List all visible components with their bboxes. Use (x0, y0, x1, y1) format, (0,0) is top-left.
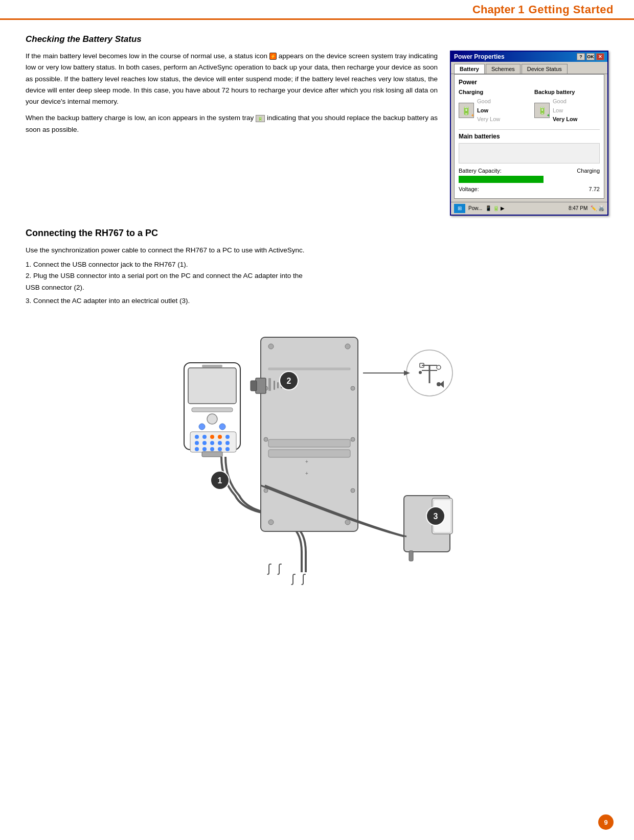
svg-rect-1 (188, 368, 236, 404)
dialog-close-button[interactable]: ✕ (596, 53, 604, 60)
diagram-area: ʃ ʃ ʃ ʃ (26, 322, 608, 588)
svg-text:1: 1 (218, 476, 222, 485)
capacity-bar (459, 176, 544, 183)
svg-point-32 (264, 437, 268, 441)
svg-point-49 (345, 520, 350, 525)
step-2-line2: USB connector (2). (26, 282, 608, 293)
battery-columns: Charging 🔋 + Good Low (459, 89, 600, 125)
svg-point-33 (264, 488, 268, 493)
svg-point-16 (218, 441, 222, 445)
svg-point-17 (225, 441, 230, 445)
svg-text:3: 3 (434, 512, 438, 521)
connection-diagram: ʃ ʃ ʃ ʃ (143, 322, 491, 588)
battery-text: If the main battery level becomes low in… (26, 51, 438, 216)
svg-rect-42 (277, 382, 279, 388)
main-batteries-title: Main batteries (459, 133, 600, 140)
svg-point-10 (210, 435, 214, 439)
svg-point-12 (225, 435, 230, 439)
svg-rect-3 (192, 408, 233, 412)
ac-adapter (404, 496, 452, 561)
svg-text:+: + (305, 459, 308, 464)
voltage-row: Voltage: 7.72 (459, 186, 600, 192)
charging-column: Charging 🔋 + Good Low (459, 89, 524, 125)
charging-good: Good (477, 97, 500, 106)
statusbar-time: 8:47 PM (569, 205, 587, 211)
svg-point-30 (345, 344, 350, 349)
svg-rect-44 (268, 439, 350, 447)
svg-rect-39 (268, 368, 350, 370)
svg-text:+: + (305, 471, 308, 476)
battery-section: If the main battery level becomes low in… (26, 51, 608, 216)
voltage-label: Voltage: (459, 186, 479, 192)
step-2-line1: 2. Plug the USB connector into a serial … (26, 270, 608, 282)
svg-point-5 (199, 424, 205, 430)
svg-point-20 (210, 447, 214, 451)
svg-point-34 (351, 386, 355, 390)
svg-point-8 (195, 435, 199, 439)
charging-label: Charging (459, 89, 524, 95)
power-label: Power (459, 79, 600, 86)
connect-section-title: Connecting the RH767 to a PC (26, 228, 608, 239)
backup-levels: Good Low Very Low (553, 97, 577, 124)
svg-point-22 (225, 447, 230, 451)
voltage-value: 7.72 (589, 186, 600, 192)
svg-rect-37 (256, 378, 266, 393)
charging-low: Low (477, 106, 500, 115)
page-header: Chapter 1 Getting Started (0, 0, 634, 20)
chapter-title: Getting Started (529, 3, 614, 16)
chapter-label: Chapter 1 (472, 3, 524, 16)
statusbar-app: Pow... (468, 205, 482, 211)
backup-label: Backup battery (534, 89, 600, 95)
connect-intro: Use the synchronization power cable to c… (26, 245, 608, 256)
backup-very-low: Very Low (553, 115, 577, 124)
start-button[interactable]: ⊞ (454, 204, 465, 213)
svg-text:ʃ: ʃ (301, 572, 306, 585)
step-3: 3. Connect the AC adapter into an electr… (26, 295, 608, 307)
dialog-tabs: Battery Schemes Device Status (451, 62, 607, 74)
svg-rect-68 (409, 551, 413, 561)
capacity-row: Battery Capacity: Charging (459, 168, 600, 174)
capacity-label: Battery Capacity: (459, 168, 502, 174)
dialog-title: Power Properties (454, 53, 505, 60)
tab-schemes[interactable]: Schemes (486, 64, 520, 74)
dialog-titlebar: Power Properties ? OK ✕ (451, 52, 607, 62)
charging-status-row: 🔋 + Good Low Very Low (459, 97, 524, 124)
dialog-help-button[interactable]: ? (577, 53, 585, 60)
dialog-statusbar: ⊞ Pow... 📱 🔋 ▶ 8:47 PM ✏️ 🖨️ (451, 202, 607, 215)
backup-low: Low (553, 106, 577, 115)
tab-battery[interactable]: Battery (454, 64, 485, 74)
svg-point-15 (210, 441, 214, 445)
svg-point-13 (195, 441, 199, 445)
svg-point-4 (207, 414, 217, 424)
battery-paragraph2: When the backup battery charge is low, a… (26, 112, 438, 135)
backup-column: Backup battery 🔋 + Good Low Very Low (534, 89, 600, 125)
handheld-device (184, 363, 240, 457)
main-batteries-section: Main batteries Battery Capacity: Chargin… (459, 129, 600, 192)
tab-device-status[interactable]: Device Status (522, 64, 568, 74)
svg-point-48 (268, 520, 274, 525)
svg-text:ʃ: ʃ (291, 572, 296, 585)
battery-section-title: Checking the Battery Status (26, 34, 608, 44)
svg-point-18 (195, 447, 199, 451)
charging-levels: Good Low Very Low (477, 97, 500, 124)
backup-status-row: 🔋 + Good Low Very Low (534, 97, 600, 124)
svg-point-9 (202, 435, 207, 439)
capacity-value: Charging (577, 168, 600, 174)
svg-rect-45 (268, 450, 350, 457)
svg-rect-2 (202, 365, 222, 367)
dialog-body: Power Charging 🔋 + (454, 74, 604, 199)
power-properties-dialog: Power Properties ? OK ✕ Battery Schemes … (450, 51, 608, 216)
svg-text:ʃ: ʃ (277, 562, 282, 575)
svg-point-58 (419, 371, 422, 374)
dialog-ok-button[interactable]: OK (586, 53, 595, 60)
svg-rect-38 (251, 381, 257, 391)
step-1: 1. Connect the USB connector jack to the… (26, 259, 608, 270)
svg-rect-23 (202, 452, 222, 457)
titlebar-buttons: ? OK ✕ (577, 53, 604, 60)
svg-rect-41 (274, 381, 275, 390)
svg-point-11 (218, 435, 222, 439)
main-content: Checking the Battery Status If the main … (0, 20, 634, 608)
svg-point-60 (437, 382, 441, 386)
svg-point-35 (351, 437, 355, 441)
svg-rect-40 (268, 378, 271, 391)
